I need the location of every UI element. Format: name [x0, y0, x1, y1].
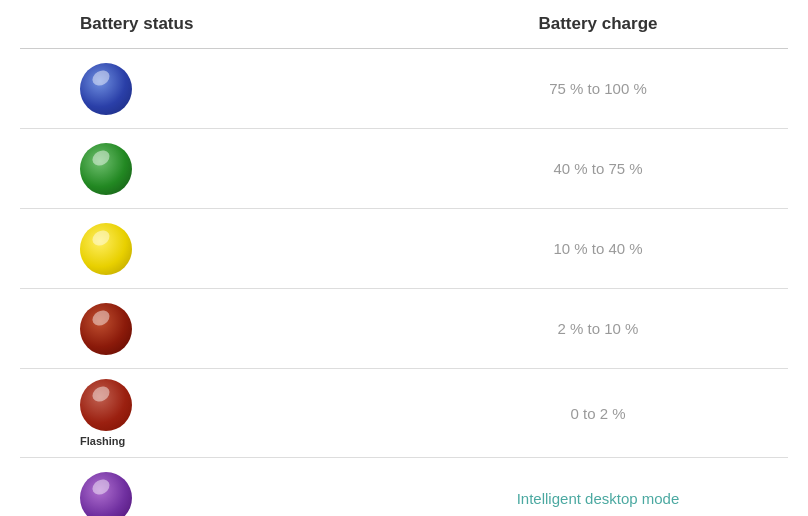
charge-value: 40 % to 75 % — [428, 160, 768, 177]
ball-red-flashing — [80, 379, 132, 431]
table-header: Battery status Battery charge — [20, 0, 788, 49]
charge-value: 10 % to 40 % — [428, 240, 768, 257]
charge-value: 75 % to 100 % — [428, 80, 768, 97]
table-row: 10 % to 40 % — [20, 209, 788, 289]
ball-cell — [80, 143, 428, 195]
table-row: Flashing0 to 2 % — [20, 369, 788, 458]
table-row: 40 % to 75 % — [20, 129, 788, 209]
charge-header: Battery charge — [428, 14, 768, 34]
ball-red — [80, 303, 132, 355]
status-header-label: Battery status — [80, 14, 193, 33]
ball-cell — [80, 472, 428, 516]
table-body: 75 % to 100 %40 % to 75 %10 % to 40 %2 %… — [20, 49, 788, 516]
ball-cell: Flashing — [80, 379, 428, 447]
battery-table: Battery status Battery charge 75 % to 10… — [0, 0, 808, 516]
ball-yellow — [80, 223, 132, 275]
charge-value: Intelligent desktop mode — [428, 490, 768, 507]
table-row: Intelligent desktop mode — [20, 458, 788, 516]
charge-header-label: Battery charge — [538, 14, 657, 33]
ball-cell — [80, 63, 428, 115]
ball-cell — [80, 223, 428, 275]
ball-purple — [80, 472, 132, 516]
table-row: 75 % to 100 % — [20, 49, 788, 129]
status-header: Battery status — [80, 14, 428, 34]
ball-blue — [80, 63, 132, 115]
ball-cell — [80, 303, 428, 355]
charge-value: 0 to 2 % — [428, 405, 768, 422]
ball-green — [80, 143, 132, 195]
table-row: 2 % to 10 % — [20, 289, 788, 369]
charge-value: 2 % to 10 % — [428, 320, 768, 337]
ball-label: Flashing — [80, 435, 125, 447]
